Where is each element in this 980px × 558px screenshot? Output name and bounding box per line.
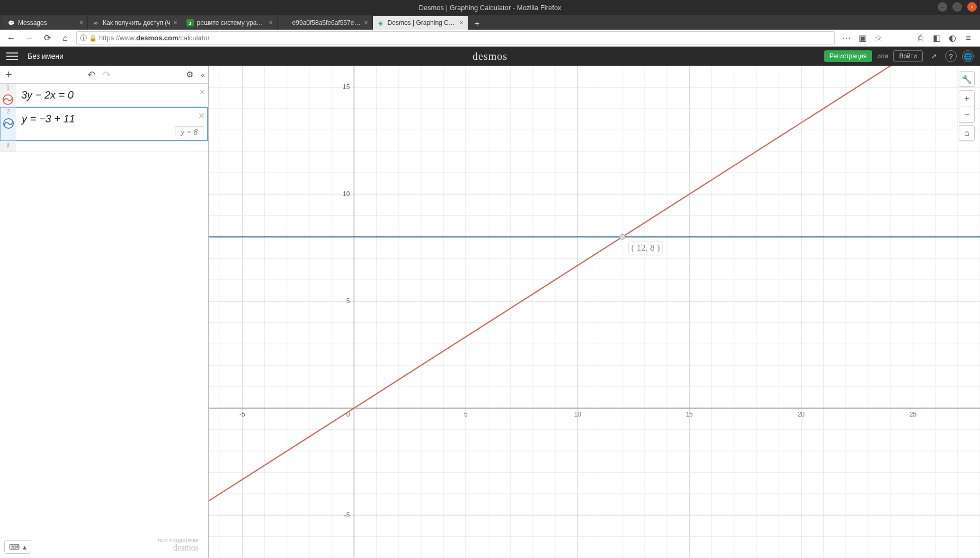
keyboard-icon: ⌨ xyxy=(9,543,20,551)
desmos-header: Без имени desmos Регистрация или Войти ↗… xyxy=(0,47,980,66)
toolbar-right: ⋯ ▣ ☆ ⎙ ◧ ◐ ≡ xyxy=(839,33,976,43)
zoom-in-button[interactable]: + xyxy=(959,91,974,107)
wrench-icon[interactable]: 🔧 xyxy=(959,72,974,86)
tab-label: решите систему уравне xyxy=(197,19,266,26)
desmos-logo: desmos xyxy=(473,50,507,63)
close-icon[interactable]: × xyxy=(364,19,368,26)
forward-button[interactable]: → xyxy=(22,31,36,45)
svg-text:25: 25 xyxy=(910,411,917,418)
svg-text:5: 5 xyxy=(464,411,468,418)
svg-text:-5: -5 xyxy=(344,511,350,519)
delete-expression-icon[interactable]: × xyxy=(199,86,205,98)
add-expression-button[interactable]: + xyxy=(5,68,12,82)
home-icon[interactable]: ⌂ xyxy=(959,126,974,140)
svg-text:20: 20 xyxy=(798,411,805,418)
os-titlebar: Desmos | Graphing Calculator - Mozilla F… xyxy=(0,0,980,15)
svg-text:15: 15 xyxy=(686,411,693,418)
close-icon[interactable]: × xyxy=(460,19,464,26)
svg-text:5: 5 xyxy=(346,297,350,305)
new-tab-button[interactable]: + xyxy=(471,18,483,30)
delete-expression-icon[interactable]: × xyxy=(198,110,204,122)
close-icon[interactable]: × xyxy=(269,19,273,26)
expression-body[interactable]: y = −3 + 11 × y = 8 xyxy=(16,108,208,140)
svg-text:10: 10 xyxy=(343,190,350,198)
browser-tab[interactable]: з решите систему уравне × xyxy=(182,16,278,30)
browser-tab[interactable]: 💬 Messages × xyxy=(3,16,88,30)
redo-icon[interactable]: ↷ xyxy=(103,69,111,81)
url-text: https://www.desmos.com/calculator xyxy=(99,34,210,42)
document-title[interactable]: Без имени xyxy=(28,52,64,60)
window-title: Desmos | Graphing Calculator - Mozilla F… xyxy=(418,4,561,12)
share-icon[interactable]: ↗ xyxy=(928,50,940,62)
home-button[interactable]: ⌂ xyxy=(58,31,72,45)
desmos-brand: desmos xyxy=(158,543,199,553)
window-close[interactable]: × xyxy=(967,2,977,12)
powered-by-text: при поддержке xyxy=(158,537,199,543)
color-toggle-icon[interactable] xyxy=(3,118,14,129)
tab-label: Desmos | Graphing Calcu xyxy=(388,19,457,26)
zoom-out-button[interactable]: − xyxy=(959,107,974,122)
or-text: или xyxy=(877,52,888,60)
favicon-icon xyxy=(282,19,289,26)
close-icon[interactable]: × xyxy=(174,19,177,26)
svg-text:15: 15 xyxy=(343,83,350,91)
undo-icon[interactable]: ↶ xyxy=(87,69,95,81)
menu-icon[interactable]: ≡ xyxy=(963,33,974,43)
reader-icon[interactable]: ▣ xyxy=(857,33,868,43)
expression-text: 3y − 2x = 0 xyxy=(21,89,74,101)
back-button[interactable]: ← xyxy=(4,31,18,45)
favicon-icon: ∞ xyxy=(92,19,100,26)
star-icon[interactable]: ☆ xyxy=(873,33,884,43)
info-icon[interactable]: ⓘ xyxy=(80,33,87,43)
extension-icon[interactable]: ◐ xyxy=(947,33,958,43)
tab-label: Messages xyxy=(18,19,76,26)
expression-body[interactable] xyxy=(16,141,208,152)
svg-text:10: 10 xyxy=(574,411,582,418)
expression-text: y = −3 + 11 xyxy=(22,113,75,125)
chevron-up-icon: ▴ xyxy=(23,543,26,551)
graph-settings-button[interactable]: 🔧 xyxy=(959,71,975,87)
color-toggle-icon[interactable] xyxy=(2,94,14,105)
window-maximize[interactable]: □ xyxy=(952,2,962,12)
library-icon[interactable]: ⎙ xyxy=(915,33,926,43)
more-icon[interactable]: ⋯ xyxy=(841,33,852,43)
login-button[interactable]: Войти xyxy=(893,50,923,62)
graph-canvas[interactable]: -50510152025-551015( 12, 8 ) xyxy=(209,66,980,558)
browser-tab[interactable]: ∞ Как получить доступ (ч × xyxy=(88,16,182,30)
help-icon[interactable]: ? xyxy=(945,50,957,62)
favicon-icon: ◉ xyxy=(377,19,385,26)
url-bar[interactable]: ⓘ 🔒 https://www.desmos.com/calculator xyxy=(76,31,835,45)
svg-text:-5: -5 xyxy=(239,411,245,418)
expression-row-empty[interactable]: 3 xyxy=(0,141,208,152)
reload-button[interactable]: ⟳ xyxy=(40,31,54,45)
gear-icon[interactable]: ⚙ xyxy=(186,69,193,79)
browser-tab[interactable]: e99a0f58a5fe6af557e5412f × xyxy=(278,16,373,30)
svg-point-74 xyxy=(620,234,625,240)
expression-panel: + ↶ ↷ ⚙ « 1 3y − 2x = 0 × xyxy=(0,66,209,558)
close-icon[interactable]: × xyxy=(79,19,83,26)
keyboard-toggle[interactable]: ⌨ ▴ xyxy=(4,540,31,554)
sidebar-icon[interactable]: ◧ xyxy=(931,33,942,43)
graph-area[interactable]: -50510152025-551015( 12, 8 ) 🔧 + − ⌂ xyxy=(209,66,980,558)
footer-credit: при поддержке desmos xyxy=(158,537,199,553)
window-minimize[interactable]: – xyxy=(938,2,947,12)
browser-tabstrip: 💬 Messages × ∞ Как получить доступ (ч × … xyxy=(0,15,980,30)
lock-icon: 🔒 xyxy=(89,34,97,42)
expression-row-active[interactable]: 2 y = −3 + 11 × y = 8 xyxy=(0,107,208,141)
collapse-panel-icon[interactable]: « xyxy=(201,70,203,79)
browser-tab-active[interactable]: ◉ Desmos | Graphing Calcu × xyxy=(373,16,468,30)
browser-toolbar: ← → ⟳ ⌂ ⓘ 🔒 https://www.desmos.com/calcu… xyxy=(0,30,980,47)
expression-body[interactable]: 3y − 2x = 0 × xyxy=(16,84,208,107)
expression-result: y = 8 xyxy=(175,126,203,138)
home-view-button[interactable]: ⌂ xyxy=(959,125,975,141)
language-icon[interactable]: 🌐 xyxy=(962,50,974,62)
row-index: 3 xyxy=(0,141,16,152)
register-button[interactable]: Регистрация xyxy=(824,50,872,62)
menu-button[interactable] xyxy=(6,52,18,60)
row-index: 1 xyxy=(0,84,16,107)
expression-toolbar: + ↶ ↷ ⚙ « xyxy=(0,66,208,84)
svg-text:( 12, 8 ): ( 12, 8 ) xyxy=(631,243,660,253)
favicon-icon: з xyxy=(186,19,194,26)
window-controls: – □ × xyxy=(938,2,977,12)
expression-row[interactable]: 1 3y − 2x = 0 × xyxy=(0,84,208,107)
